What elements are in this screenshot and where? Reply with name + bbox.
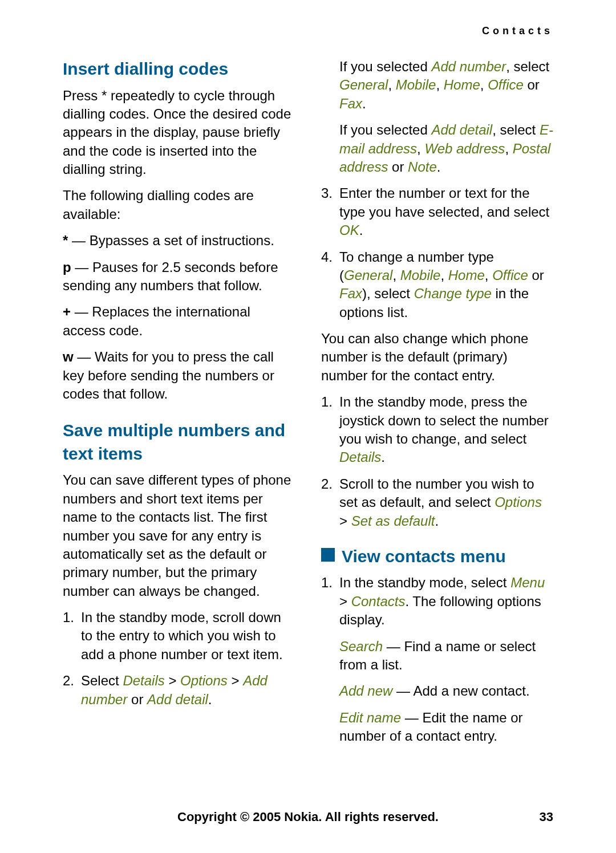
adddet-i: or [388,159,408,174]
step3-ok: OK [339,222,359,238]
code-p-symbol: p [63,259,71,275]
addnew-label: Add new [339,683,396,698]
save-steps-continued: Enter the number or text for the type yo… [321,184,553,322]
save-step-4: To change a number type (General, Mobile… [321,248,553,322]
v1-sep: > [339,594,351,609]
code-plus: + — Replaces the international access co… [63,303,295,340]
default-step-2: Scroll to the number you wish to set as … [321,475,553,530]
step4-b: General [344,267,392,283]
code-w-desc: — Waits for you to press the call key be… [63,349,274,401]
adddet-k: . [437,159,441,174]
heading-view-contacts-menu: View contacts menu [321,545,553,568]
v1-contacts: Contacts [351,594,406,609]
addnum-a: If you selected [339,59,431,74]
adddet-c: , select [492,122,540,137]
code-star-desc: — Bypasses a set of instructions. [68,233,274,248]
step2-period: . [208,692,212,707]
add-number-block: If you selected Add number, select Gener… [321,58,553,113]
step2-sep1: > [165,673,180,688]
step4-d: Mobile [400,267,441,283]
step4-l: Change type [414,286,492,301]
section-square-icon [321,548,335,562]
step3-c: . [359,222,363,238]
adddet-a: If you selected [339,122,431,137]
adddet-f: Web address [424,141,505,156]
d2-e: . [435,513,439,529]
addnum-b: Add number [431,59,506,74]
d2-options: Options [495,494,542,510]
save-paragraph: You can save different types of phone nu… [63,471,295,600]
code-w-symbol: w [63,349,74,364]
editname-label: Edit name [339,710,401,725]
d2-setdefault: Set as default [351,513,435,529]
addnum-g: , [436,77,443,92]
page-footer: Copyright © 2005 Nokia. All rights reser… [0,810,616,824]
adddet-g: , [505,141,512,156]
addnum-h: Home [444,77,480,92]
option-add-new: Add new — Add a new contact. [321,682,553,700]
step4-j: Fax [339,286,362,301]
default-paragraph: You can also change which phone number i… [321,330,553,385]
step2-add-detail: Add detail [147,692,208,707]
save-step-1: In the standby mode, scroll down to the … [63,608,295,664]
search-label: Search [339,639,383,654]
code-star-symbol: * [63,233,68,248]
d2-sep: > [339,513,351,529]
heading-insert-dialling-codes: Insert dialling codes [63,58,295,81]
code-plus-symbol: + [63,304,71,319]
save-step-2: Select Details > Options > Add number or… [63,672,295,709]
adddet-b: Add detail [431,122,492,137]
step4-i: or [528,267,544,283]
save-step-3: Enter the number or text for the type yo… [321,184,553,239]
d1-details: Details [339,449,381,465]
heading-view-contacts-text: View contacts menu [342,547,506,566]
step2-or: or [127,692,147,707]
page-number: 33 [540,810,553,824]
default-step-1: In the standby mode, press the joystick … [321,393,553,467]
left-column: Insert dialling codes Press * repeatedly… [63,58,295,754]
addnum-j: Office [488,77,524,92]
step4-k: ), select [362,286,414,301]
step4-c: , [392,267,400,283]
step2-sep2: > [228,673,243,688]
step2-options: Options [180,673,228,688]
addnum-c: , select [506,59,549,74]
step3-a: Enter the number or text for the type yo… [339,185,549,219]
addnum-e: , [388,77,395,92]
step2-text-a: Select [81,673,123,688]
step4-f: Home [448,267,485,283]
intro-paragraph: Press * repeatedly to cycle through dial… [63,87,295,179]
running-header: Contacts [63,25,553,37]
right-column: If you selected Add number, select Gener… [321,58,553,754]
code-star: * — Bypasses a set of instructions. [63,231,295,250]
option-search: Search — Find a name or select from a li… [321,637,553,675]
option-edit-name: Edit name — Edit the name or number of a… [321,709,553,746]
d1-a: In the standby mode, press the joystick … [339,394,549,446]
step4-g: , [485,267,492,283]
addnum-l: Fax [339,96,362,111]
step4-h: Office [492,267,528,283]
save-steps-list: In the standby mode, scroll down to the … [63,608,295,709]
code-plus-desc: — Replaces the international access code… [63,304,250,338]
available-paragraph: The following dialling codes are availab… [63,186,295,224]
view-step-1: In the standby mode, select Menu > Conta… [321,574,553,629]
v1-menu: Menu [510,575,545,590]
heading-save-multiple: Save multiple numbers and text items [63,419,295,465]
addnew-desc: — Add a new contact. [396,683,529,698]
code-w: w — Waits for you to press the call key … [63,348,295,403]
addnum-d: General [339,77,388,92]
adddet-e: , [417,141,424,156]
addnum-f: Mobile [396,77,436,92]
add-detail-block: If you selected Add detail, select E-mai… [321,121,553,176]
step2-details: Details [123,673,164,688]
two-column-layout: Insert dialling codes Press * repeatedly… [63,58,553,754]
code-p: p — Pauses for 2.5 seconds before sendin… [63,258,295,295]
adddet-j: Note [408,159,437,174]
addnum-i: , [480,77,488,92]
code-p-desc: — Pauses for 2.5 seconds before sending … [63,259,278,293]
v1-a: In the standby mode, select [339,575,510,590]
default-steps-list: In the standby mode, press the joystick … [321,393,553,530]
addnum-k: or [524,77,540,92]
addnum-m: . [362,96,366,111]
d1-c: . [381,449,385,465]
